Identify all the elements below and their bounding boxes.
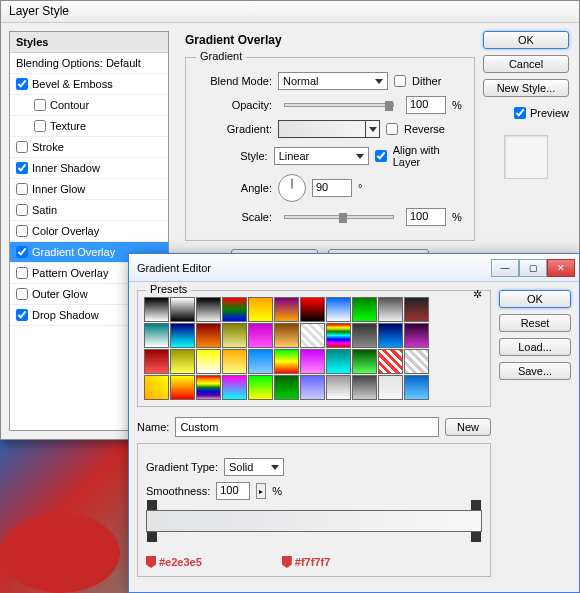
dither-checkbox[interactable] (394, 75, 406, 87)
style-checkbox[interactable] (16, 225, 28, 237)
preset-swatch[interactable] (300, 375, 325, 400)
gradient-type-combo[interactable]: Solid (224, 458, 284, 476)
preset-swatch[interactable] (170, 323, 195, 348)
angle-dial[interactable] (278, 174, 306, 202)
preset-swatch[interactable] (222, 375, 247, 400)
grad-reset-button[interactable]: Reset (499, 314, 571, 332)
preset-swatch[interactable] (222, 297, 247, 322)
preset-swatch[interactable] (300, 349, 325, 374)
preset-swatch[interactable] (378, 349, 403, 374)
preset-swatch[interactable] (300, 297, 325, 322)
preset-swatch[interactable] (404, 323, 429, 348)
grad-ok-button[interactable]: OK (499, 290, 571, 308)
preset-swatch[interactable] (144, 375, 169, 400)
style-checkbox[interactable] (16, 267, 28, 279)
sidebar-item-inner-shadow[interactable]: Inner Shadow (10, 158, 168, 179)
style-checkbox[interactable] (16, 141, 28, 153)
preset-swatch[interactable] (248, 349, 273, 374)
style-checkbox[interactable] (16, 78, 28, 90)
grad-save-button[interactable]: Save... (499, 362, 571, 380)
preset-swatch[interactable] (222, 323, 247, 348)
scale-value[interactable]: 100 (406, 208, 446, 226)
preset-swatch[interactable] (352, 297, 377, 322)
preset-swatch[interactable] (378, 375, 403, 400)
gradient-bar[interactable] (146, 510, 482, 532)
opacity-value[interactable]: 100 (406, 96, 446, 114)
sidebar-item-stroke[interactable]: Stroke (10, 137, 168, 158)
blending-options[interactable]: Blending Options: Default (10, 53, 168, 74)
preset-swatch[interactable] (300, 323, 325, 348)
ok-button[interactable]: OK (483, 31, 569, 49)
preset-swatch[interactable] (378, 297, 403, 322)
preset-swatch[interactable] (170, 375, 195, 400)
style-checkbox[interactable] (16, 246, 28, 258)
sidebar-item-contour[interactable]: Contour (10, 95, 168, 116)
reverse-checkbox[interactable] (386, 123, 398, 135)
style-checkbox[interactable] (34, 120, 46, 132)
color-stop-right[interactable] (471, 532, 481, 542)
style-checkbox[interactable] (16, 309, 28, 321)
smoothness-stepper[interactable]: ▸ (256, 483, 266, 499)
gradient-picker[interactable] (278, 120, 380, 138)
preset-swatch[interactable] (352, 323, 377, 348)
preset-swatch[interactable] (326, 349, 351, 374)
preset-swatch[interactable] (274, 323, 299, 348)
preset-swatch[interactable] (404, 297, 429, 322)
blend-mode-combo[interactable]: Normal (278, 72, 388, 90)
preset-swatch[interactable] (274, 349, 299, 374)
gear-icon[interactable]: ✲ (470, 287, 484, 301)
preset-swatch[interactable] (196, 349, 221, 374)
smoothness-value[interactable]: 100 (216, 482, 250, 500)
preset-swatch[interactable] (274, 297, 299, 322)
sidebar-item-satin[interactable]: Satin (10, 200, 168, 221)
preset-swatch[interactable] (196, 297, 221, 322)
preset-swatch[interactable] (170, 297, 195, 322)
sidebar-item-color-overlay[interactable]: Color Overlay (10, 221, 168, 242)
preset-swatch[interactable] (274, 375, 299, 400)
preset-swatch[interactable] (222, 349, 247, 374)
close-button[interactable]: ✕ (547, 259, 575, 277)
preset-swatch[interactable] (352, 349, 377, 374)
new-button[interactable]: New (445, 418, 491, 436)
preset-swatch[interactable] (196, 375, 221, 400)
style-combo[interactable]: Linear (274, 147, 369, 165)
style-checkbox[interactable] (16, 183, 28, 195)
preset-swatch[interactable] (326, 297, 351, 322)
preset-swatch[interactable] (352, 375, 377, 400)
name-input[interactable] (175, 417, 439, 437)
preset-swatch[interactable] (326, 375, 351, 400)
preset-swatch[interactable] (144, 297, 169, 322)
minimize-button[interactable]: — (491, 259, 519, 277)
align-checkbox[interactable] (375, 150, 387, 162)
preset-swatch[interactable] (404, 375, 429, 400)
style-checkbox[interactable] (16, 204, 28, 216)
cancel-button[interactable]: Cancel (483, 55, 569, 73)
preset-swatch[interactable] (378, 323, 403, 348)
preset-swatch[interactable] (248, 375, 273, 400)
grad-load-button[interactable]: Load... (499, 338, 571, 356)
preset-swatch[interactable] (144, 323, 169, 348)
opacity-stop-left[interactable] (147, 500, 157, 510)
preset-swatch[interactable] (144, 349, 169, 374)
preview-checkbox[interactable] (514, 107, 526, 119)
opacity-slider[interactable] (284, 103, 394, 107)
sidebar-item-inner-glow[interactable]: Inner Glow (10, 179, 168, 200)
preset-swatch[interactable] (326, 323, 351, 348)
preset-swatch[interactable] (170, 349, 195, 374)
style-checkbox[interactable] (16, 288, 28, 300)
new-style-button[interactable]: New Style... (483, 79, 569, 97)
preset-swatch[interactable] (196, 323, 221, 348)
style-checkbox[interactable] (16, 162, 28, 174)
color-stop-left[interactable] (147, 532, 157, 542)
opacity-stop-right[interactable] (471, 500, 481, 510)
preset-swatch[interactable] (248, 297, 273, 322)
scale-slider[interactable] (284, 215, 394, 219)
style-checkbox[interactable] (34, 99, 46, 111)
sidebar-header[interactable]: Styles (10, 32, 168, 53)
sidebar-item-texture[interactable]: Texture (10, 116, 168, 137)
preset-swatch[interactable] (404, 349, 429, 374)
maximize-button[interactable]: ▢ (519, 259, 547, 277)
sidebar-item-bevel-emboss[interactable]: Bevel & Emboss (10, 74, 168, 95)
preset-swatch[interactable] (248, 323, 273, 348)
angle-value[interactable]: 90 (312, 179, 352, 197)
